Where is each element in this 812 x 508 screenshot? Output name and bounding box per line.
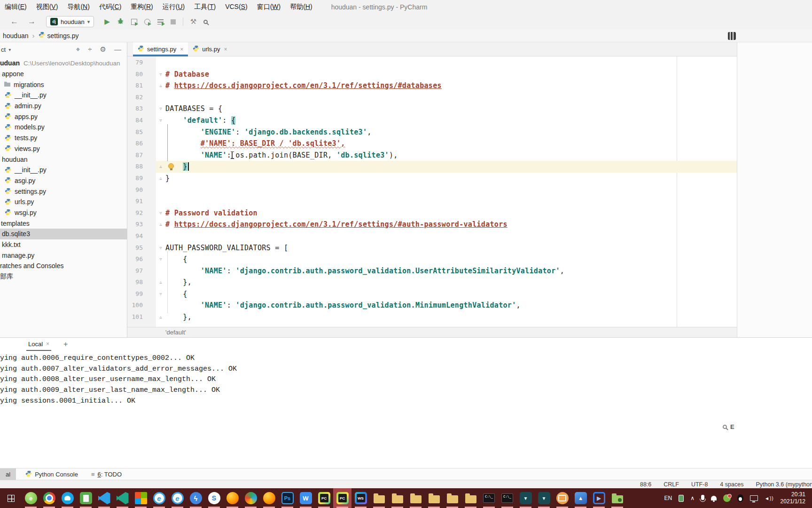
tree-item[interactable]: ratches and Consoles xyxy=(0,261,127,271)
code-text[interactable]: # https://docs.djangoproject.com/en/3.1/… xyxy=(165,80,737,92)
add-console-icon[interactable]: + xyxy=(63,340,68,349)
status-item-1[interactable]: CRLF xyxy=(664,481,679,488)
line-number[interactable]: 100 xyxy=(127,300,156,311)
console-search[interactable]: E xyxy=(723,423,734,430)
menubar-item[interactable]: VCS(S) xyxy=(220,3,252,11)
run-configuration-select[interactable]: dj houduan ▾ xyxy=(46,16,94,27)
speaker-icon[interactable]: ◄)) xyxy=(765,496,774,501)
status-item-0[interactable]: 88:6 xyxy=(640,481,651,488)
taskbar-folder-2[interactable] xyxy=(388,488,406,508)
line-number[interactable]: 85 xyxy=(127,127,156,138)
taskbar-video-player[interactable]: ▶ xyxy=(590,488,608,508)
menubar-item[interactable]: 窗口(W) xyxy=(252,3,286,11)
tree-item[interactable]: kkk.txt xyxy=(0,239,127,250)
code-text[interactable]: # https://docs.djangoproject.com/en/3.1/… xyxy=(165,219,737,230)
line-number[interactable]: 99 xyxy=(127,288,156,300)
wrench-icon[interactable]: ⚒ xyxy=(190,17,196,26)
line-number[interactable]: 94 xyxy=(127,230,156,242)
code-line[interactable]: 94 xyxy=(127,230,737,242)
code-text[interactable]: AUTH_PASSWORD_VALIDATORS = [ xyxy=(165,242,737,254)
tree-item[interactable]: uduanC:\Users\lenovo\Desktop\houduan xyxy=(0,58,127,69)
menubar-item[interactable]: 编辑(E) xyxy=(0,3,31,11)
code-line[interactable]: 97 'NAME': 'django.contrib.auth.password… xyxy=(127,265,737,277)
tool-window-todo[interactable]: ≡ 6: TODO xyxy=(91,471,122,478)
taskbar-share-app[interactable]: ϟ xyxy=(187,488,205,508)
code-text[interactable]: #'NAME': BASE_DIR / 'db.sqlite3', xyxy=(165,138,737,150)
line-number[interactable]: 92 xyxy=(127,207,156,219)
line-number[interactable]: 89 xyxy=(127,173,156,184)
search-everywhere-icon[interactable] xyxy=(203,20,208,24)
fold-marker-icon[interactable]: ▵ xyxy=(156,311,165,323)
code-text[interactable] xyxy=(165,196,737,207)
tree-item[interactable]: apps.py xyxy=(0,111,127,122)
line-number[interactable]: 97 xyxy=(127,265,156,277)
code-line[interactable]: 85 'ENGINE': 'django.db.backends.sqlite3… xyxy=(127,127,737,138)
run-button[interactable]: ▶ xyxy=(104,17,110,26)
status-item-3[interactable]: 4 spaces xyxy=(720,481,743,488)
code-line[interactable]: 93▵# https://docs.djangoproject.com/en/3… xyxy=(127,219,737,230)
tree-item[interactable]: templates xyxy=(0,218,127,229)
code-line[interactable]: 81▵# https://docs.djangoproject.com/en/3… xyxy=(127,80,737,92)
line-number[interactable]: 82 xyxy=(127,92,156,103)
taskbar-qq-browser[interactable] xyxy=(58,488,77,508)
fold-marker-icon[interactable]: ▿ xyxy=(156,103,165,115)
menubar-item[interactable]: 运行(U) xyxy=(158,3,189,11)
code-text[interactable]: 'ENGINE': 'django.db.backends.sqlite3', xyxy=(165,127,737,138)
close-icon[interactable]: × xyxy=(180,46,183,53)
tool-window-terminal[interactable]: al xyxy=(0,468,16,480)
status-item-2[interactable]: UTF-8 xyxy=(691,481,708,488)
fold-marker-icon[interactable]: ▿ xyxy=(156,115,165,127)
code-line[interactable]: 83▿DATABASES = { xyxy=(127,103,737,115)
code-line[interactable]: 84▿ 'default': { xyxy=(127,115,737,127)
debug-button[interactable] xyxy=(117,17,124,26)
language-indicator[interactable]: EN xyxy=(664,495,672,501)
search-icon[interactable] xyxy=(723,425,727,429)
start-button[interactable] xyxy=(0,495,22,502)
code-line[interactable]: 91 xyxy=(127,196,737,207)
code-text[interactable]: } xyxy=(165,161,737,173)
code-line[interactable]: 86 #'NAME': BASE_DIR / 'db.sqlite3', xyxy=(127,138,737,150)
tree-item[interactable]: urls.py xyxy=(0,197,127,207)
code-text[interactable]: 'NAME': 'django.contrib.auth.password_va… xyxy=(165,265,737,277)
taskbar-safari[interactable]: S xyxy=(205,488,223,508)
tab-settings.py[interactable]: settings.py× xyxy=(133,42,188,56)
tree-item[interactable]: migrations xyxy=(0,79,127,90)
tree-item[interactable]: admin.py xyxy=(0,101,127,111)
code-text[interactable] xyxy=(165,230,737,242)
doc-link[interactable]: https://docs.djangoproject.com/en/3.1/re… xyxy=(174,220,508,229)
code-line[interactable]: 95▿AUTH_PASSWORD_VALIDATORS = [ xyxy=(127,242,737,254)
line-number[interactable]: 87 xyxy=(127,150,156,161)
code-line[interactable]: 98▵ }, xyxy=(127,277,737,288)
line-number[interactable]: 101 xyxy=(127,311,156,323)
menubar-item[interactable]: 视图(V) xyxy=(31,3,63,11)
fold-marker-icon[interactable]: ▿ xyxy=(156,242,165,254)
console-output[interactable]: ying auth.0006_require_contenttypes_0002… xyxy=(0,351,812,407)
code-line[interactable]: 99▿ { xyxy=(127,288,737,300)
fold-marker-icon[interactable]: ▿ xyxy=(156,254,165,265)
tree-item[interactable]: db.sqlite3 xyxy=(0,229,127,239)
code-text[interactable] xyxy=(165,92,737,103)
taskbar-photos[interactable]: ▴ xyxy=(571,488,590,508)
close-icon[interactable]: × xyxy=(224,46,227,53)
safe-360-icon[interactable] xyxy=(723,494,731,502)
code-line[interactable]: 88▵ } xyxy=(127,161,737,173)
status-item-4[interactable]: Python 3.6 (mypython xyxy=(756,481,812,488)
taskbar-browser-orange[interactable] xyxy=(260,488,278,508)
taskbar-notepad[interactable] xyxy=(77,488,95,508)
line-number[interactable]: 83 xyxy=(127,103,156,115)
tab-urls.py[interactable]: urls.py× xyxy=(188,42,232,56)
line-number[interactable]: 91 xyxy=(127,196,156,207)
close-icon[interactable]: × xyxy=(46,341,49,347)
code-line[interactable]: 96▿ { xyxy=(127,254,737,265)
code-line[interactable]: 87 'NAME': os.path.join(BASE_DIR, 'db.sq… xyxy=(127,150,737,161)
taskbar-vscode[interactable] xyxy=(95,488,113,508)
context-breadcrumb[interactable]: 'default' xyxy=(165,329,186,336)
taskbar-folder-5[interactable] xyxy=(443,488,461,508)
chevron-down-icon[interactable]: ▾ xyxy=(8,47,11,52)
tree-item[interactable]: tests.py xyxy=(0,133,127,143)
taskbar-vscode-insiders[interactable] xyxy=(113,488,132,508)
fold-marker-icon[interactable]: ▵ xyxy=(156,219,165,230)
code-line[interactable]: 100 'NAME': 'django.contrib.auth.passwor… xyxy=(127,300,737,311)
code-text[interactable]: 'NAME': os.path.join(BASE_DIR, 'db.sqlit… xyxy=(165,150,737,161)
back-icon[interactable]: ← xyxy=(10,17,18,26)
